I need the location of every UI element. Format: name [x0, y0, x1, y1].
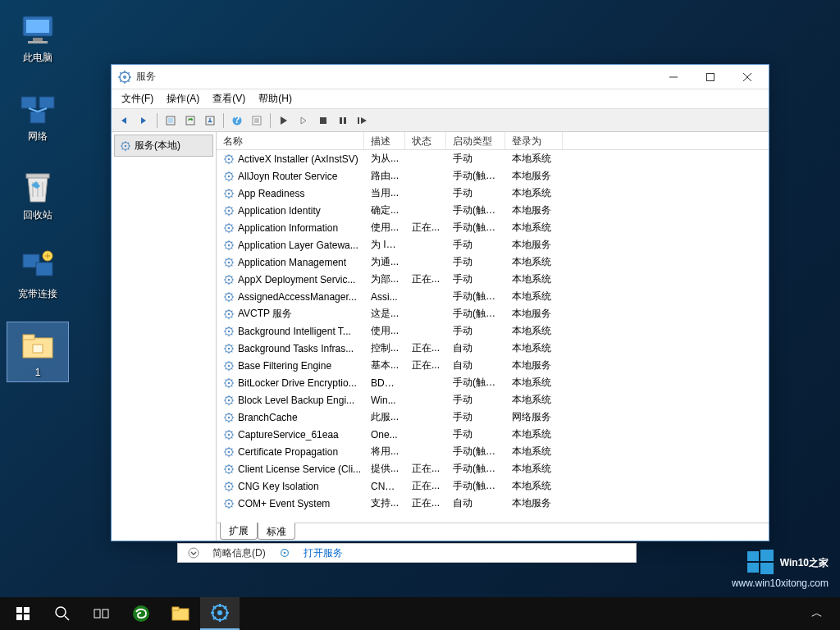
- settings-icon[interactable]: [200, 597, 240, 630]
- menu-help[interactable]: 帮助(H): [252, 90, 299, 107]
- desktop-icon-recycle[interactable]: 回收站: [7, 164, 69, 226]
- start-service-button[interactable]: [275, 112, 293, 130]
- desktop-icon-network[interactable]: 网络: [7, 85, 69, 147]
- gear-icon: [223, 395, 235, 406]
- up-button[interactable]: [162, 112, 180, 130]
- service-row[interactable]: AssignedAccessManager...Assi...手动(触发...本…: [217, 288, 769, 305]
- service-row[interactable]: Application Management为通...手动本地系统: [217, 253, 769, 271]
- service-row[interactable]: Client License Service (Cli...提供...正在...…: [217, 460, 769, 477]
- service-row[interactable]: AVCTP 服务这是...手动(触发...本地服务: [217, 305, 769, 322]
- service-name: AppX Deployment Servic...: [217, 274, 364, 285]
- back-button[interactable]: [115, 112, 133, 130]
- taskview-button[interactable]: [82, 597, 121, 630]
- start-button[interactable]: [3, 597, 43, 630]
- svg-rect-87: [16, 607, 22, 613]
- service-list[interactable]: ActiveX Installer (AxInstSV)为从...手动本地系统A…: [217, 150, 769, 523]
- edge-icon[interactable]: [121, 597, 161, 630]
- service-row[interactable]: Block Level Backup Engi...Win...手动本地系统: [217, 391, 769, 409]
- svg-point-79: [228, 502, 231, 504]
- svg-line-8: [38, 108, 47, 112]
- col-logon[interactable]: 登录为: [505, 132, 563, 149]
- svg-rect-86: [760, 563, 774, 574]
- service-desc: 支持...: [364, 496, 405, 510]
- service-row[interactable]: Application Layer Gatewa...为 In...手动本地服务: [217, 236, 769, 253]
- service-row[interactable]: AllJoyn Router Service路由...手动(触发...本地服务: [217, 167, 769, 185]
- help-button[interactable]: ?: [228, 112, 246, 130]
- service-row[interactable]: AppX Deployment Servic...为部...正在...手动本地系…: [217, 271, 769, 288]
- service-name: Client License Service (Cli...: [217, 463, 364, 475]
- service-name: BitLocker Drive Encryptio...: [217, 377, 364, 389]
- forward-button[interactable]: [135, 112, 153, 130]
- system-tray[interactable]: ︿: [797, 597, 837, 630]
- svg-rect-35: [358, 117, 359, 124]
- restart-service-button[interactable]: [354, 112, 372, 130]
- desktop-icon-folder[interactable]: 1: [7, 322, 69, 382]
- desktop-icon-dialup[interactable]: 宽带连接: [7, 243, 69, 304]
- menu-view[interactable]: 查看(V): [206, 90, 252, 107]
- properties-button[interactable]: [248, 112, 266, 130]
- service-desc: Assi...: [364, 291, 405, 303]
- start-service-alt-button[interactable]: [294, 112, 313, 130]
- stop-service-button[interactable]: [314, 112, 332, 130]
- service-row[interactable]: BranchCache此服...手动网络服务: [217, 409, 769, 426]
- pause-service-button[interactable]: [334, 112, 352, 130]
- search-button[interactable]: [43, 597, 82, 630]
- minimize-button[interactable]: [655, 66, 692, 89]
- col-status[interactable]: 状态: [405, 132, 446, 149]
- tree-root-services[interactable]: 服务(本地): [114, 135, 213, 157]
- svg-line-7: [29, 108, 38, 112]
- service-row[interactable]: Background Tasks Infras...控制...正在...自动本地…: [217, 340, 769, 357]
- svg-point-73: [228, 450, 231, 453]
- service-row[interactable]: Application Information使用...正在...手动(触发..…: [217, 219, 769, 236]
- service-row[interactable]: Certificate Propagation将用...手动(触发...本地系统: [217, 443, 769, 460]
- svg-point-57: [228, 313, 231, 315]
- service-startup: 手动: [446, 186, 505, 200]
- service-row[interactable]: Background Intelligent T...使用...手动本地系统: [217, 322, 769, 340]
- service-startup: 手动(触发...: [446, 290, 505, 304]
- explorer-icon[interactable]: [161, 597, 200, 630]
- tray-chevron-icon[interactable]: ︿: [797, 597, 837, 630]
- open-services-link[interactable]: 打开服务: [304, 546, 343, 560]
- col-startup[interactable]: 启动类型: [446, 132, 505, 149]
- menu-file[interactable]: 文件(F): [115, 90, 160, 107]
- svg-rect-6: [30, 112, 45, 123]
- maximize-button[interactable]: [692, 66, 728, 89]
- tab-extended[interactable]: 扩展: [220, 523, 258, 540]
- svg-point-53: [228, 278, 231, 281]
- service-name: Background Tasks Infras...: [217, 343, 364, 354]
- snippet-text: 简略信息(D): [212, 546, 266, 560]
- service-row[interactable]: CNG Key IsolationCNG...正在...手动(触发...本地系统: [217, 477, 769, 495]
- close-button[interactable]: [728, 66, 765, 89]
- chevron-down-icon[interactable]: [188, 547, 199, 559]
- gear-icon: [223, 188, 235, 199]
- col-desc[interactable]: 描述: [364, 132, 405, 149]
- service-row[interactable]: CaptureService_61eaaOne...手动本地系统: [217, 426, 769, 443]
- service-row[interactable]: ActiveX Installer (AxInstSV)为从...手动本地系统: [217, 150, 769, 167]
- service-startup: 手动(触发...: [446, 221, 505, 235]
- export-button[interactable]: [201, 112, 219, 130]
- service-row[interactable]: App Readiness当用...手动本地系统: [217, 185, 769, 202]
- service-row[interactable]: Base Filtering Engine基本...正在...自动本地服务: [217, 357, 769, 374]
- tab-standard[interactable]: 标准: [258, 523, 295, 540]
- gear-icon: [120, 140, 131, 152]
- service-row[interactable]: BitLocker Drive Encryptio...BDE...手动(触发.…: [217, 374, 769, 391]
- desktop-icon-label: 回收站: [23, 208, 52, 222]
- svg-rect-33: [340, 117, 342, 124]
- gear-icon: [223, 171, 235, 182]
- col-name[interactable]: 名称: [217, 132, 364, 149]
- svg-rect-3: [28, 41, 48, 43]
- service-startup: 手动: [446, 324, 505, 338]
- menu-action[interactable]: 操作(A): [160, 90, 206, 107]
- refresh-button[interactable]: [181, 112, 199, 130]
- desktop-icon-label: 网络: [28, 130, 48, 144]
- service-row[interactable]: Application Identity确定...手动(触发...本地服务: [217, 202, 769, 219]
- desktop-icon-computer[interactable]: 此电脑: [7, 7, 69, 68]
- service-name: Application Management: [217, 257, 364, 268]
- service-name: Application Information: [217, 222, 364, 234]
- service-logon: 本地服务: [505, 307, 563, 321]
- service-logon: 本地服务: [505, 496, 563, 510]
- service-status: 正在...: [405, 479, 446, 493]
- service-row[interactable]: COM+ Event System支持...正在...自动本地服务: [217, 495, 769, 512]
- svg-point-69: [228, 416, 231, 418]
- titlebar[interactable]: 服务: [112, 65, 769, 89]
